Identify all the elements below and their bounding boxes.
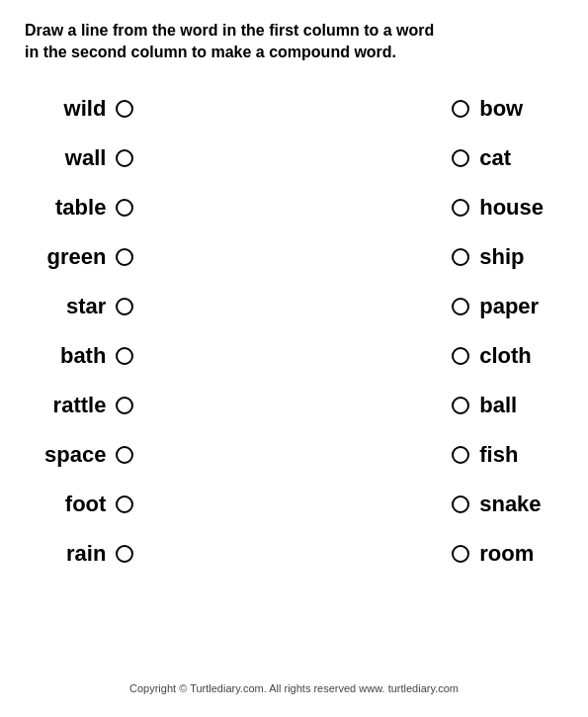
left-word-text: table [55,195,106,221]
left-word-text: space [44,442,106,468]
right-circle[interactable] [452,298,469,315]
right-word-row: snake [452,480,541,529]
right-circle[interactable] [452,397,469,414]
right-word-text: house [479,195,544,221]
left-word-row: rattle [53,381,134,430]
left-word-row: bath [60,331,133,381]
right-word-text: ball [479,393,517,418]
left-word-text: wall [65,145,107,171]
right-word-row: ship [452,232,524,282]
instruction-line1: Draw a line from the word in the first c… [25,22,434,39]
left-circle[interactable] [116,149,133,167]
left-word-text: wild [64,96,107,122]
right-column: bowcathouseshippaperclothballfishsnakero… [452,84,544,579]
left-word-text: green [46,244,106,270]
left-word-text: bath [60,343,106,369]
right-word-text: cloth [479,343,532,369]
right-word-text: ship [479,244,524,270]
footer: Copyright © Turtlediary.com. All rights … [25,682,563,702]
left-circle[interactable] [116,298,133,315]
footer-text: Copyright © Turtlediary.com. All rights … [129,682,459,694]
right-circle[interactable] [452,100,469,118]
left-circle[interactable] [116,100,133,118]
left-column: wildwalltablegreenstarbathrattlespacefoo… [44,84,133,579]
right-circle[interactable] [452,545,469,563]
left-word-row: wild [64,84,134,134]
right-circle[interactable] [452,495,469,513]
left-word-row: foot [65,480,134,529]
left-word-text: foot [65,492,107,517]
right-word-text: cat [479,145,511,171]
left-word-row: space [44,430,133,480]
right-word-row: paper [452,282,539,331]
right-word-text: snake [479,492,541,517]
left-circle[interactable] [116,446,133,464]
left-word-row: rain [66,529,133,579]
left-word-row: wall [65,134,134,183]
right-circle[interactable] [452,199,469,217]
right-word-row: bow [452,84,523,134]
left-circle[interactable] [116,545,133,563]
right-word-row: cat [452,134,511,183]
left-circle[interactable] [116,495,133,513]
left-circle[interactable] [116,397,133,414]
left-word-row: table [55,183,133,232]
page: Draw a line from the word in the first c… [0,0,588,717]
right-circle[interactable] [452,149,469,167]
right-word-text: fish [479,442,518,468]
right-word-text: bow [479,96,523,122]
left-circle[interactable] [116,199,133,217]
right-word-row: room [452,529,534,579]
instructions: Draw a line from the word in the first c… [25,20,563,64]
right-word-text: paper [479,294,539,319]
right-word-row: fish [452,430,518,480]
left-circle[interactable] [116,248,133,266]
instruction-line2: in the second column to make a compound … [25,44,396,60]
right-word-row: house [452,183,544,232]
right-circle[interactable] [452,446,469,464]
right-circle[interactable] [452,347,469,365]
right-word-text: room [479,541,534,567]
right-word-row: cloth [452,331,532,381]
left-word-text: star [66,294,106,319]
left-circle[interactable] [116,347,133,365]
left-word-row: star [66,282,133,331]
right-circle[interactable] [452,248,469,266]
content-area: wildwalltablegreenstarbathrattlespacefoo… [25,74,563,682]
left-word-row: green [46,232,133,282]
left-word-text: rattle [53,393,107,418]
left-word-text: rain [66,541,106,567]
right-word-row: ball [452,381,517,430]
